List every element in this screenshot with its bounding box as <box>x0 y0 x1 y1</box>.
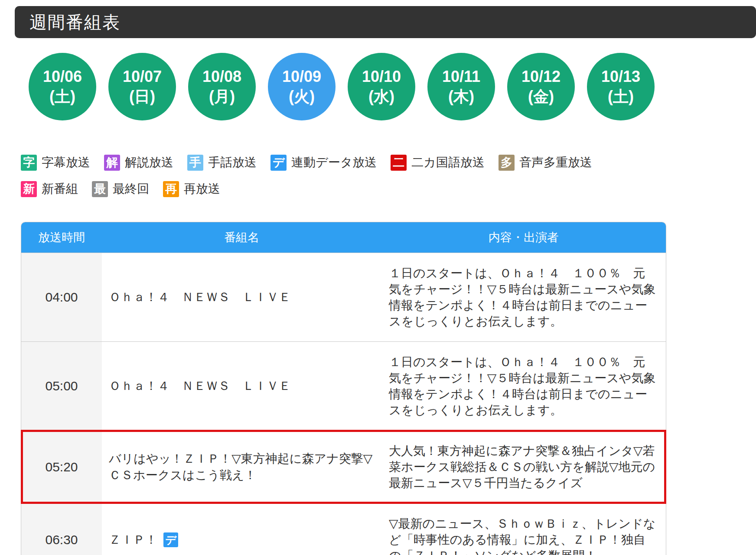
program-title-wrap: バリはやッ！ＺＩＰ！▽東方神起に森アナ突撃▽ＣＳホークスはこう戦え！ <box>109 451 373 484</box>
program-title: Ｏｈａ！４ ＮＥＷＳ ＬＩＶＥ <box>109 289 291 305</box>
program-description: 大人気！東方神起に森アナ突撃＆独占インタ▽若菜ホークス戦総括＆ＣＳの戦い方を解説… <box>381 431 666 503</box>
column-header-content: 内容・出演者 <box>381 222 666 253</box>
date-label: 10/07 <box>123 67 162 87</box>
date-label: 10/06 <box>43 67 82 87</box>
time-cell: 05:00 <box>21 342 102 430</box>
column-header-time: 放送時間 <box>21 222 102 253</box>
legend-label: 二カ国語放送 <box>411 154 485 171</box>
program-title: Ｏｈａ！４ ＮＥＷＳ ＬＩＶＥ <box>109 378 291 394</box>
date-button[interactable]: 10/07 (日) <box>108 53 176 120</box>
date-button[interactable]: 10/10 (水) <box>348 53 415 120</box>
date-button[interactable]: 10/08 (月) <box>188 53 256 120</box>
date-button[interactable]: 10/11 (木) <box>427 53 495 120</box>
date-label: 10/08 <box>202 67 241 87</box>
legend-item: 多 音声多重放送 <box>499 154 592 171</box>
time-cell: 06:30 <box>21 503 102 555</box>
legend-item: デ 連動データ放送 <box>270 154 377 171</box>
column-header-program: 番組名 <box>102 222 381 253</box>
date-label: 10/10 <box>362 67 401 87</box>
program-title-cell: Ｏｈａ！４ ＮＥＷＳ ＬＩＶＥ <box>102 342 381 430</box>
date-button[interactable]: 10/13 (土) <box>587 53 655 120</box>
date-button[interactable]: 10/06 (土) <box>29 53 96 120</box>
legend-item: 新 新番組 <box>21 181 78 197</box>
legend-item: 再 再放送 <box>163 181 220 197</box>
program-row[interactable]: 05:20 バリはやッ！ＺＩＰ！▽東方神起に森アナ突撃▽ＣＳホークスはこう戦え！… <box>21 430 666 503</box>
table-header-row: 放送時間 番組名 内容・出演者 <box>21 222 666 253</box>
weekday-label: (月) <box>209 87 235 107</box>
program-title-cell: ＺＩＰ！ デ <box>102 503 381 555</box>
legend-item: 解 解説放送 <box>104 154 173 171</box>
weekday-label: (日) <box>129 87 155 107</box>
legend-badge-icon: 二 <box>391 155 407 171</box>
legend-badge-icon: 多 <box>499 155 515 171</box>
program-description: １日のスタートは、Ｏｈａ！４ １００％ 元気をチャージ！！▽５時台は最新ニュース… <box>381 253 666 341</box>
program-row[interactable]: 06:30 ＺＩＰ！ デ ▽最新のニュース、ＳｈｏｗＢｉｚ、トレンドなど「時事性… <box>21 503 666 555</box>
date-selector: 10/06 (土) 10/07 (日) 10/08 (月) 10/09 (火) … <box>29 53 756 120</box>
program-title-wrap: ＺＩＰ！ デ <box>109 532 178 548</box>
date-label: 10/09 <box>282 67 321 87</box>
legend-label: 手話放送 <box>208 154 257 171</box>
legend-badge-icon: 再 <box>163 181 179 197</box>
legend-badge-icon: 解 <box>104 155 120 171</box>
program-title-cell: バリはやッ！ＺＩＰ！▽東方神起に森アナ突撃▽ＣＳホークスはこう戦え！ <box>102 431 381 503</box>
program-description: １日のスタートは、Ｏｈａ！４ １００％ 元気をチャージ！！▽５時台は最新ニュース… <box>381 342 666 430</box>
program-table: 放送時間 番組名 内容・出演者 04:00 Ｏｈａ！４ ＮＥＷＳ ＬＩＶＥ １日… <box>21 222 666 555</box>
program-row[interactable]: 05:00 Ｏｈａ！４ ＮＥＷＳ ＬＩＶＥ １日のスタートは、Ｏｈａ！４ １００… <box>21 341 666 430</box>
program-title: ＺＩＰ！ <box>109 532 157 548</box>
program-description: ▽最新のニュース、ＳｈｏｗＢｉｚ、トレンドなど「時事性のある情報」に加え、ＺＩＰ… <box>381 503 666 555</box>
legend-badge-icon: 字 <box>21 155 37 171</box>
weekday-label: (金) <box>528 87 554 107</box>
date-button[interactable]: 10/09 (火) <box>268 53 336 120</box>
legend-badge-icon: 新 <box>21 181 37 197</box>
program-title-wrap: Ｏｈａ！４ ＮＥＷＳ ＬＩＶＥ <box>109 378 291 394</box>
data-broadcast-badge-icon: デ <box>163 532 178 547</box>
legend-row-broadcast-types: 字 字幕放送 解 解説放送 手 手話放送 デ 連動データ放送 二 二カ国語放送 … <box>21 154 756 171</box>
legend: 字 字幕放送 解 解説放送 手 手話放送 デ 連動データ放送 二 二カ国語放送 … <box>21 154 756 197</box>
program-title-cell: Ｏｈａ！４ ＮＥＷＳ ＬＩＶＥ <box>102 253 381 341</box>
legend-badge-icon: 最 <box>92 181 108 197</box>
weekday-label: (火) <box>289 87 315 107</box>
weekday-label: (土) <box>608 87 634 107</box>
legend-badge-icon: 手 <box>187 155 203 171</box>
legend-label: 解説放送 <box>125 154 173 171</box>
legend-label: 字幕放送 <box>42 154 90 171</box>
date-label: 10/13 <box>601 67 640 87</box>
date-label: 10/11 <box>442 67 480 87</box>
legend-row-program-flags: 新 新番組 最 最終回 再 再放送 <box>21 181 756 197</box>
legend-item: 手 手話放送 <box>187 154 257 171</box>
legend-item: 字 字幕放送 <box>21 154 90 171</box>
program-title: バリはやッ！ＺＩＰ！▽東方神起に森アナ突撃▽ＣＳホークスはこう戦え！ <box>109 451 373 484</box>
program-row[interactable]: 04:00 Ｏｈａ！４ ＮＥＷＳ ＬＩＶＥ １日のスタートは、Ｏｈａ！４ １００… <box>21 253 666 341</box>
page-title: 週間番組表 <box>15 10 121 34</box>
program-title-wrap: Ｏｈａ！４ ＮＥＷＳ ＬＩＶＥ <box>109 289 291 305</box>
legend-label: 新番組 <box>42 181 78 197</box>
legend-item: 最 最終回 <box>92 181 149 197</box>
weekday-label: (水) <box>368 87 394 107</box>
date-label: 10/12 <box>521 67 560 87</box>
legend-label: 最終回 <box>113 181 149 197</box>
legend-badge-icon: デ <box>270 155 287 171</box>
legend-item: 二 二カ国語放送 <box>391 154 485 171</box>
time-cell: 04:00 <box>21 253 102 341</box>
legend-label: 再放送 <box>184 181 220 197</box>
table-body: 04:00 Ｏｈａ！４ ＮＥＷＳ ＬＩＶＥ １日のスタートは、Ｏｈａ！４ １００… <box>21 253 666 555</box>
date-button[interactable]: 10/12 (金) <box>507 53 575 120</box>
legend-label: 連動データ放送 <box>291 154 377 171</box>
weekday-label: (木) <box>448 87 474 107</box>
weekday-label: (土) <box>49 87 75 107</box>
page-header-bar: 週間番組表 <box>15 6 756 38</box>
legend-label: 音声多重放送 <box>519 154 592 171</box>
time-cell: 05:20 <box>21 431 102 503</box>
